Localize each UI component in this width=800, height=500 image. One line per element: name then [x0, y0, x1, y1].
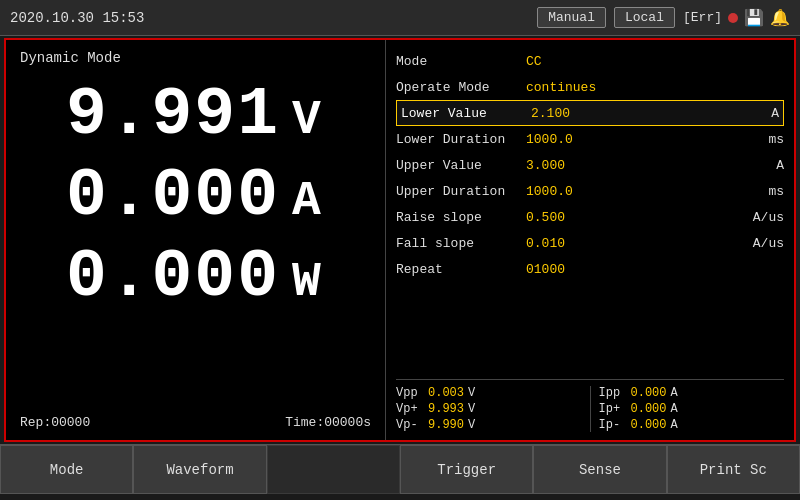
param-value-1: continues: [526, 80, 780, 95]
param-unit-7: A/us: [753, 236, 784, 251]
current-unit: A: [292, 174, 321, 228]
stats-right-row-1: Ip+0.000 A: [599, 402, 785, 416]
stats-left-value-2: 9.990: [428, 418, 464, 432]
param-label-7: Fall slope: [396, 236, 526, 251]
stats-left-label-2: Vp-: [396, 418, 424, 432]
voltage-row: 9.991 V: [20, 76, 371, 153]
param-value-2: 2.100: [531, 106, 767, 121]
stats-right-label-1: Ip+: [599, 402, 627, 416]
param-row-7[interactable]: Fall slope0.010 A/us: [396, 230, 784, 256]
stats-right-label-2: Ip-: [599, 418, 627, 432]
param-row-5[interactable]: Upper Duration1000.0 ms: [396, 178, 784, 204]
param-label-5: Upper Duration: [396, 184, 526, 199]
param-value-6: 0.500: [526, 210, 749, 225]
param-label-4: Upper Value: [396, 158, 526, 173]
rep-display: Rep:00000: [20, 415, 90, 430]
stats-left-value-1: 9.993: [428, 402, 464, 416]
left-panel: Dynamic Mode 9.991 V 0.000 A 0.000 W Rep…: [6, 40, 386, 440]
param-value-4: 3.000: [526, 158, 772, 173]
mode-title: Dynamic Mode: [20, 50, 371, 66]
stats-left-label-0: Vpp: [396, 386, 424, 400]
stats-left-label-1: Vp+: [396, 402, 424, 416]
param-label-6: Raise slope: [396, 210, 526, 225]
param-value-7: 0.010: [526, 236, 749, 251]
param-row-3[interactable]: Lower Duration1000.0 ms: [396, 126, 784, 152]
err-label: [Err]: [683, 10, 722, 25]
param-value-3: 1000.0: [526, 132, 764, 147]
params-list: ModeCCOperate ModecontinuesLower Value2.…: [396, 48, 784, 282]
param-label-0: Mode: [396, 54, 526, 69]
voltage-value: 9.991: [20, 76, 280, 153]
top-bar: 2020.10.30 15:53 Manual Local [Err] 💾 🔔: [0, 0, 800, 36]
param-label-2: Lower Value: [401, 106, 531, 121]
manual-button[interactable]: Manual: [537, 7, 606, 28]
param-row-1[interactable]: Operate Modecontinues: [396, 74, 784, 100]
current-value: 0.000: [20, 157, 280, 234]
stats-left-value-0: 0.003: [428, 386, 464, 400]
power-row: 0.000 W: [20, 238, 371, 315]
param-unit-2: A: [771, 106, 779, 121]
nav-btn-Trigger[interactable]: Trigger: [400, 445, 533, 494]
nav-btn-Print Sc[interactable]: Print Sc: [667, 445, 800, 494]
stats-left-row-1: Vp+9.993 V: [396, 402, 582, 416]
param-label-3: Lower Duration: [396, 132, 526, 147]
status-dot: [728, 13, 738, 23]
power-unit: W: [292, 255, 321, 309]
param-unit-3: ms: [768, 132, 784, 147]
datetime-display: 2020.10.30 15:53: [10, 10, 529, 26]
stats-right-col: Ipp0.000 AIp+0.000 AIp-0.000 A: [599, 386, 785, 432]
param-row-6[interactable]: Raise slope0.500 A/us: [396, 204, 784, 230]
bell-icon[interactable]: 🔔: [770, 8, 790, 28]
param-label-8: Repeat: [396, 262, 526, 277]
param-row-2[interactable]: Lower Value2.100 A: [396, 100, 784, 126]
stats-left-unit-2: V: [468, 418, 475, 432]
param-value-5: 1000.0: [526, 184, 764, 199]
stats-right-unit-2: A: [671, 418, 678, 432]
stats-left-row-2: Vp-9.990 V: [396, 418, 582, 432]
time-display: Time:00000s: [285, 415, 371, 430]
stats-right-label-0: Ipp: [599, 386, 627, 400]
voltage-unit: V: [292, 93, 321, 147]
save-icon[interactable]: 💾: [744, 8, 764, 28]
stats-left-row-0: Vpp0.003 V: [396, 386, 582, 400]
stats-right-unit-0: A: [671, 386, 678, 400]
main-area: Dynamic Mode 9.991 V 0.000 A 0.000 W Rep…: [4, 38, 796, 442]
stats-left-unit-0: V: [468, 386, 475, 400]
param-value-0: CC: [526, 54, 780, 69]
param-unit-4: A: [776, 158, 784, 173]
bottom-info: Rep:00000 Time:00000s: [20, 407, 371, 430]
stats-left-unit-1: V: [468, 402, 475, 416]
current-row: 0.000 A: [20, 157, 371, 234]
param-value-8: 01000: [526, 262, 780, 277]
right-panel: ModeCCOperate ModecontinuesLower Value2.…: [386, 40, 794, 440]
local-button[interactable]: Local: [614, 7, 675, 28]
param-label-1: Operate Mode: [396, 80, 526, 95]
stats-right-row-0: Ipp0.000 A: [599, 386, 785, 400]
nav-btn-Mode[interactable]: Mode: [0, 445, 133, 494]
stats-right-value-1: 0.000: [631, 402, 667, 416]
param-row-0[interactable]: ModeCC: [396, 48, 784, 74]
stats-divider: [590, 386, 591, 432]
nav-btn-Waveform[interactable]: Waveform: [133, 445, 266, 494]
nav-btn-empty-2: [267, 445, 400, 494]
param-unit-6: A/us: [753, 210, 784, 225]
bottom-nav: ModeWaveformTriggerSensePrint Sc: [0, 444, 800, 494]
stats-right-row-2: Ip-0.000 A: [599, 418, 785, 432]
nav-btn-Sense[interactable]: Sense: [533, 445, 666, 494]
stats-right-value-2: 0.000: [631, 418, 667, 432]
stats-grid: Vpp0.003 VVp+9.993 VVp-9.990 V Ipp0.000 …: [396, 379, 784, 432]
param-row-4[interactable]: Upper Value3.000 A: [396, 152, 784, 178]
power-value: 0.000: [20, 238, 280, 315]
status-area: [Err] 💾 🔔: [683, 8, 790, 28]
stats-right-unit-1: A: [671, 402, 678, 416]
param-unit-5: ms: [768, 184, 784, 199]
stats-left-col: Vpp0.003 VVp+9.993 VVp-9.990 V: [396, 386, 582, 432]
stats-right-value-0: 0.000: [631, 386, 667, 400]
param-row-8[interactable]: Repeat01000: [396, 256, 784, 282]
